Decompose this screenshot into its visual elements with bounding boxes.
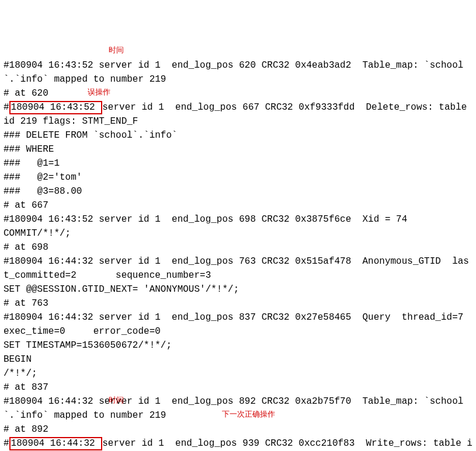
binlog-line: /*!*/; [4,368,37,379]
annotation-misoperation: 误操作 [88,86,110,98]
binlog-line: ### @3=88.00 [4,186,82,197]
binlog-line: # at 837 [4,382,48,393]
binlog-line: # at 667 [4,200,48,211]
binlog-line: #180904 16:44:32 server id 1 end_log_pos… [4,312,476,337]
annotation-next-correct-op: 下一次正确操作 [222,408,275,420]
binlog-line: # at 698 [4,242,48,253]
binlog-line: #180904 16:44:32 server id 1 end_log_pos… [4,256,469,281]
annotation-time-1: 时间 [109,44,124,56]
binlog-line: #180904 16:43:52 server id 1 end_log_pos… [4,102,472,127]
binlog-line: #180904 16:44:32 server id 1 end_log_pos… [4,438,472,451]
highlight-timestamp-1: 180904 16:43:52 [9,101,103,114]
binlog-line: ### DELETE FROM `school`.`info` [4,130,178,141]
binlog-line: # at 763 [4,298,48,309]
binlog-line: #180904 16:43:52 server id 1 end_log_pos… [4,214,407,225]
binlog-line: #180904 16:44:32 server id 1 end_log_pos… [4,396,463,421]
binlog-line: # at 620 [4,88,48,99]
binlog-line: ### @2='tom' [4,172,82,183]
binlog-line: COMMIT/*!*/; [4,228,71,239]
binlog-line: # at 892 [4,424,48,435]
binlog-line: ### WHERE [4,144,54,155]
binlog-line: SET @@SESSION.GTID_NEXT= 'ANONYMOUS'/*!*… [4,284,239,295]
binlog-line: #180904 16:43:52 server id 1 end_log_pos… [4,60,463,85]
binlog-line: BEGIN [4,354,32,365]
binlog-line: SET TIMESTAMP=1536050672/*!*/; [4,340,172,351]
highlight-timestamp-2: 180904 16:44:32 [9,437,103,450]
log-prefix: # [4,438,9,449]
log-prefix: # [4,102,9,113]
binlog-line: ### @1=1 [4,158,60,169]
